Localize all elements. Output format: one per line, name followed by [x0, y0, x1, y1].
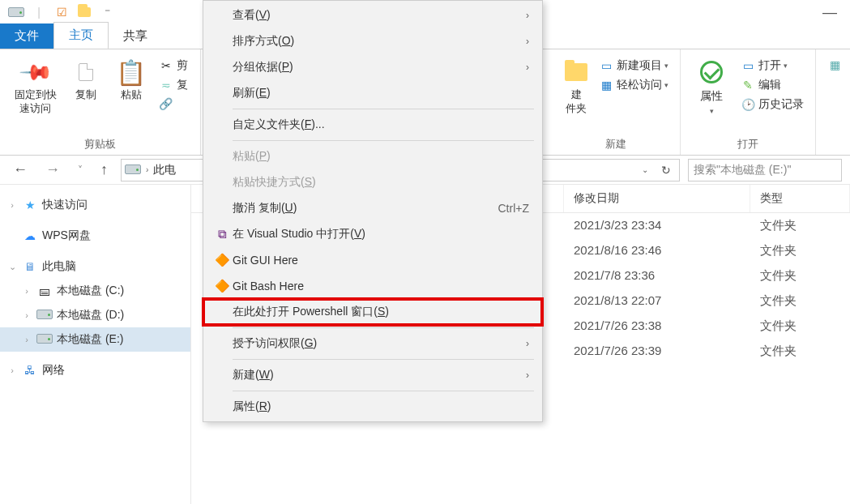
checkbox-icon: ☑ [53, 4, 70, 20]
select-all-icon: ▦ [827, 58, 842, 71]
history-label: 历史记录 [758, 97, 804, 112]
context-menu: 查看(V)› 排序方式(O)› 分组依据(P)› 刷新(E) 自定义文件夹(F)… [203, 0, 543, 422]
minimize-button[interactable]: — [814, 2, 845, 23]
ctx-open-vs[interactable]: ⧉在 Visual Studio 中打开(V) [203, 221, 542, 247]
tree-quick-access[interactable]: ›★快速访问 [0, 193, 190, 217]
ctx-group[interactable]: 分组依据(P)› [203, 54, 542, 80]
tree-drive-d[interactable]: ›本地磁盘 (D:) [0, 303, 190, 327]
folder-icon [76, 4, 92, 20]
new-folder-button[interactable]: 建 件夹 [560, 53, 592, 116]
copypath-button[interactable]: ≂复 [154, 75, 193, 95]
properties-button[interactable]: 属性▾ [689, 53, 734, 117]
cloud-icon: ☁ [21, 229, 39, 242]
history-button[interactable]: 🕑历史记录 [736, 95, 809, 114]
tab-share[interactable]: 共享 [109, 23, 162, 49]
nav-up-button[interactable]: ↑ [96, 160, 113, 180]
nav-tree: ›★快速访问 ☁WPS网盘 ⌄🖥此电脑 ›🖴本地磁盘 (C:) ›本地磁盘 (D… [0, 185, 191, 504]
refresh-button[interactable]: ↻ [656, 164, 676, 177]
tab-home[interactable]: 主页 [53, 22, 109, 49]
easy-access-label: 轻松访问 [617, 78, 662, 92]
ribbon-group-select: ▦ [816, 49, 850, 155]
copy-button[interactable]: 复制 [65, 53, 107, 102]
qa-dropdown[interactable]: ⁼ [99, 4, 115, 20]
tab-file[interactable]: 文件 [0, 23, 53, 49]
tree-this-pc[interactable]: ⌄🖥此电脑 [0, 254, 190, 279]
cell-date: 2021/7/26 23:39 [564, 339, 750, 364]
path-icon: ≂ [159, 79, 173, 92]
col-date[interactable]: 修改日期 [564, 185, 750, 212]
col-type[interactable]: 类型 [750, 185, 850, 212]
ctx-paste-shortcut: 粘贴快捷方式(S) [203, 169, 542, 195]
chevron-down-icon[interactable]: ⌄ [639, 165, 651, 174]
ctx-customize-folder[interactable]: 自定义文件夹(F)... [203, 112, 542, 138]
group-label-select [835, 139, 838, 153]
open-icon: ▭ [741, 59, 755, 72]
ctx-view[interactable]: 查看(V)› [203, 2, 542, 28]
ribbon-group-new: 建 件夹 ▭新建项目 ▦轻松访问 新建 [552, 49, 681, 155]
cell-type: 文件夹 [750, 339, 850, 364]
divider-icon: | [31, 4, 47, 20]
tree-drive-e[interactable]: ›本地磁盘 (E:) [0, 327, 190, 352]
search-input[interactable]: 搜索"本地磁盘 (E:)" [688, 159, 842, 182]
paste-button[interactable]: 📋 粘贴 [110, 53, 152, 102]
nav-back-button[interactable]: ← [8, 160, 32, 180]
cell-date: 2021/3/23 23:34 [564, 213, 750, 238]
ctx-git-bash[interactable]: 🔶Git Bash Here [203, 273, 542, 299]
group-label-clipboard: 剪贴板 [84, 137, 116, 153]
drive-icon [125, 164, 141, 177]
shortcut-icon: 🔗 [159, 97, 173, 110]
pin-to-quick-access-button[interactable]: 📌 固定到快 速访问 [10, 53, 62, 116]
cell-date: 2021/8/13 22:07 [564, 288, 750, 314]
cut-button[interactable]: ✂剪 [154, 56, 193, 75]
ctx-separator [233, 391, 534, 391]
easy-access-button[interactable]: ▦轻松访问 [594, 75, 673, 95]
tree-wps[interactable]: ☁WPS网盘 [0, 224, 190, 248]
tree-label: 本地磁盘 (D:) [57, 308, 124, 322]
scissors-icon: ✂ [159, 59, 173, 72]
edit-button[interactable]: ✎编辑 [736, 75, 809, 95]
search-placeholder: 搜索"本地磁盘 (E:)" [694, 163, 791, 177]
ctx-refresh[interactable]: 刷新(E) [203, 80, 542, 106]
ctx-new[interactable]: 新建(W)› [203, 362, 542, 388]
drive-icon: 🖴 [36, 284, 53, 297]
tree-label: 本地磁盘 (E:) [57, 332, 123, 347]
network-icon: 🖧 [21, 364, 39, 377]
ctx-give-access[interactable]: 授予访问权限(G)› [203, 331, 542, 357]
cell-date: 2021/7/8 23:36 [564, 263, 750, 288]
ctx-separator [233, 140, 534, 141]
select-all-button[interactable]: ▦ [822, 56, 850, 74]
ctx-open-powershell[interactable]: 在此处打开 Powershell 窗口(S) [203, 299, 542, 325]
ctx-undo[interactable]: 撤消 复制(U)Ctrl+Z [203, 195, 542, 221]
cell-type: 文件夹 [750, 288, 850, 314]
chevron-right-icon[interactable]: › [146, 165, 148, 174]
open-button[interactable]: ▭打开 [736, 56, 809, 75]
cell-date: 2021/8/16 23:46 [564, 238, 750, 263]
clipboard-extra: ✂剪 ≂复 🔗 [154, 53, 193, 113]
ctx-paste: 粘贴(P) [203, 143, 542, 169]
nav-recent-button[interactable]: ˅ [73, 163, 88, 177]
tree-network[interactable]: ›🖧网络 [0, 358, 190, 382]
easy-access-icon: ▦ [599, 79, 613, 92]
paste-shortcut-button[interactable]: 🔗 [154, 95, 193, 113]
drive-icon [36, 333, 53, 346]
group-label-new: 新建 [605, 137, 626, 153]
cell-date: 2021/7/26 23:38 [564, 314, 750, 339]
pin-label: 固定到快 速访问 [15, 88, 57, 116]
git-icon: 🔶 [211, 279, 233, 293]
cut-label: 剪 [177, 58, 188, 73]
cell-type: 文件夹 [750, 314, 850, 339]
ctx-git-gui[interactable]: 🔶Git GUI Here [203, 247, 542, 273]
ribbon-group-clipboard: 📌 固定到快 速访问 复制 📋 粘贴 ✂剪 ≂复 🔗 剪贴板 [0, 49, 201, 155]
cell-type: 文件夹 [750, 263, 850, 288]
nav-forward-button[interactable]: → [41, 160, 65, 180]
ctx-separator [233, 327, 534, 328]
pc-icon: 🖥 [21, 260, 39, 273]
copy-label: 复制 [75, 88, 96, 102]
new-item-button[interactable]: ▭新建项目 [594, 56, 673, 75]
ctx-properties[interactable]: 属性(R) [203, 394, 542, 420]
history-icon: 🕑 [741, 98, 755, 111]
tree-drive-c[interactable]: ›🖴本地磁盘 (C:) [0, 279, 190, 303]
new-item-icon: ▭ [599, 59, 613, 72]
ctx-sort[interactable]: 排序方式(O)› [203, 28, 542, 54]
cell-type: 文件夹 [750, 213, 850, 238]
